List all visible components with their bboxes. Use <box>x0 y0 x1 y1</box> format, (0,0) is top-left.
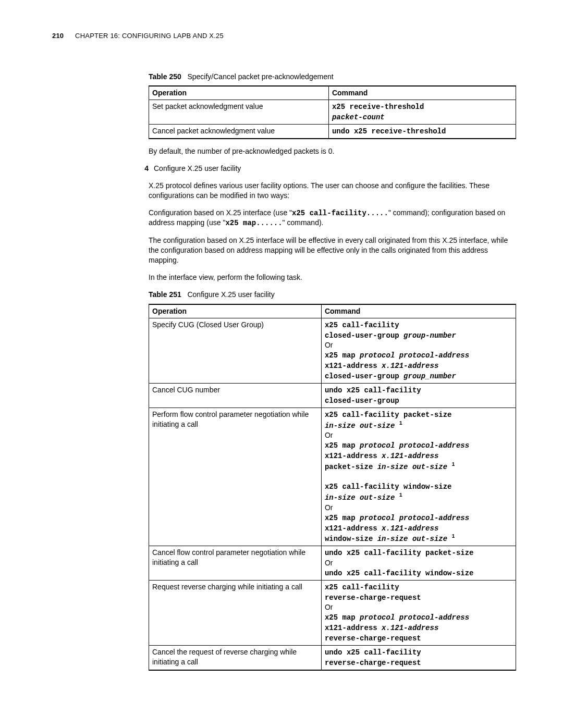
command-text: undo x25 receive-threshold <box>332 127 446 135</box>
col-header-operation: Operation <box>149 86 329 100</box>
table-row: Set packet acknowledgment value x25 rece… <box>149 100 516 125</box>
paragraph: X.25 protocol defines various user facil… <box>149 181 516 201</box>
command-cell: x25 call-facility packet-size in-size ou… <box>321 408 516 546</box>
inline-code: x25 map...... <box>225 219 282 227</box>
command-cell: x25 receive-threshold packet-count <box>328 100 516 125</box>
table-row: Operation Command <box>149 86 516 100</box>
command-cell: undo x25 call-facility reverse-charge-re… <box>321 646 516 670</box>
table-row: Perform flow control parameter negotiati… <box>149 408 516 546</box>
table-251-caption: Table 251 Configure X.25 user facility <box>149 290 516 300</box>
step-4: 4 Configure X.25 user facility <box>149 164 516 174</box>
table-row: Cancel the request of reverse charging w… <box>149 646 516 670</box>
operation-cell: Cancel packet acknowledgment value <box>149 125 329 139</box>
command-cell: undo x25 call-facility closed-user-group <box>321 384 516 408</box>
text: " command). <box>283 218 324 227</box>
command-text: x25 receive-threshold <box>332 103 424 111</box>
page: 210 CHAPTER 16: CONFIGURING LAPB AND X.2… <box>0 0 563 728</box>
operation-cell: Cancel CUG number <box>149 384 322 408</box>
table-251-title: Configure X.25 user facility <box>187 290 274 299</box>
chapter-label: CHAPTER 16: CONFIGURING LAPB AND X.25 <box>75 32 224 40</box>
table-row: Specify CUG (Closed User Group) x25 call… <box>149 318 516 383</box>
table-251: Operation Command Specify CUG (Closed Us… <box>149 304 516 671</box>
col-header-command: Command <box>321 304 516 318</box>
paragraph: The configuration based on X.25 interfac… <box>149 236 516 265</box>
operation-cell: Perform flow control parameter negotiati… <box>149 408 322 546</box>
col-header-operation: Operation <box>149 304 322 318</box>
content-column: Table 250 Specify/Cancel packet pre-ackn… <box>149 72 516 671</box>
operation-cell: Cancel flow control parameter negotiatio… <box>149 546 322 581</box>
table-250-title: Specify/Cancel packet pre-acknowledgemen… <box>187 72 333 81</box>
operation-cell: Specify CUG (Closed User Group) <box>149 318 322 383</box>
table-row: Operation Command <box>149 304 516 318</box>
page-number: 210 <box>52 32 64 40</box>
inline-code: x25 call-facility..... <box>292 209 388 217</box>
operation-cell: Request reverse charging while initiatin… <box>149 580 322 645</box>
operation-cell: Set packet acknowledgment value <box>149 100 329 125</box>
command-cell: undo x25 receive-threshold <box>328 125 516 139</box>
table-250-number: Table 250 <box>149 72 181 81</box>
table-row: Cancel CUG number undo x25 call-facility… <box>149 384 516 408</box>
table-row: Cancel flow control parameter negotiatio… <box>149 546 516 581</box>
step-title: Configure X.25 user facility <box>154 164 241 174</box>
table-251-number: Table 251 <box>149 290 181 299</box>
table-row: Request reverse charging while initiatin… <box>149 580 516 645</box>
text: Configuration based on X.25 interface (u… <box>149 208 292 217</box>
table-250-caption: Table 250 Specify/Cancel packet pre-ackn… <box>149 72 516 82</box>
command-cell: x25 call-facility reverse-charge-request… <box>321 580 516 645</box>
col-header-command: Command <box>328 86 516 100</box>
paragraph: Configuration based on X.25 interface (u… <box>149 208 516 229</box>
command-cell: x25 call-facility closed-user-group grou… <box>321 318 516 383</box>
page-header: 210 CHAPTER 16: CONFIGURING LAPB AND X.2… <box>52 31 516 41</box>
paragraph: By default, the number of pre-acknowledg… <box>149 146 516 156</box>
operation-cell: Cancel the request of reverse charging w… <box>149 646 322 670</box>
command-text: packet-count <box>332 113 385 121</box>
paragraph: In the interface view, perform the follo… <box>149 273 516 282</box>
table-row: Cancel packet acknowledgment value undo … <box>149 125 516 139</box>
step-number: 4 <box>133 164 154 174</box>
table-250: Operation Command Set packet acknowledgm… <box>149 85 516 139</box>
command-cell: undo x25 call-facility packet-size Or un… <box>321 546 516 581</box>
